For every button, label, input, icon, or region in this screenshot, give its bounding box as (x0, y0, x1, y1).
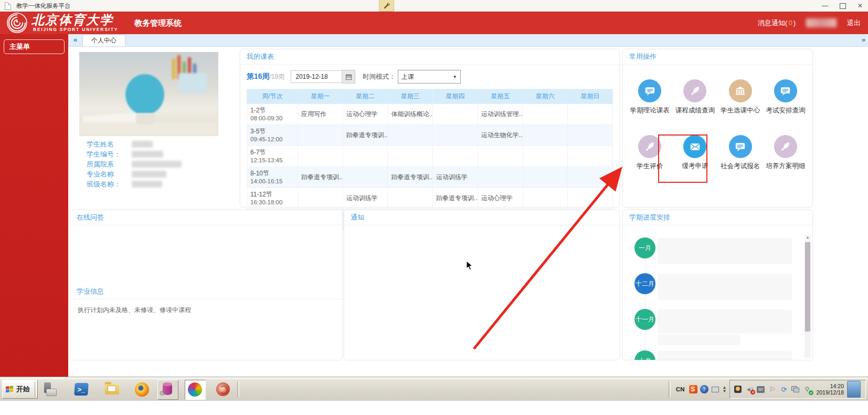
window-titlebar: 教学一体化服务平台 (0, 0, 868, 12)
timetable-empty-cell (523, 167, 568, 188)
timetable-empty-cell (568, 104, 613, 125)
quick-action-6[interactable]: 缓考申请 (673, 135, 717, 171)
profile-field-value-redacted (132, 161, 182, 168)
tray-expand-icon[interactable]: ▲▼ (723, 386, 727, 393)
timetable-column-header: 星期一 (298, 89, 343, 104)
windows-logo-icon (6, 386, 14, 393)
timetable-course-cell[interactable]: 运动训练管理.. (478, 104, 523, 125)
help-icon[interactable]: ? (700, 385, 708, 393)
usb-safe-remove-icon[interactable]: ⚲ (802, 385, 811, 394)
profile-field-row: 所属院系 (87, 159, 182, 169)
scroll-up-icon[interactable]: ▲ (805, 235, 811, 239)
timetable-course-cell[interactable]: 运动生物化学.. (478, 125, 523, 146)
date-input[interactable]: 2019-12-18 (291, 70, 342, 83)
minimize-icon[interactable]: — (822, 0, 828, 12)
notice-link[interactable]: 消息通知(0) (758, 18, 796, 28)
timetable-empty-cell (343, 167, 388, 188)
quick-action-1[interactable]: 学期理论课表 (628, 79, 672, 115)
quick-action-label: 培养方案明细 (764, 162, 808, 171)
maximize-icon[interactable] (840, 3, 846, 9)
profile-field-value-redacted (132, 151, 163, 158)
quick-action-8[interactable]: 培养方案明细 (764, 135, 808, 171)
timetable-empty-cell (343, 146, 388, 167)
time-mode-value: 上课 (401, 72, 414, 81)
progress-scrollbar[interactable]: ▲ (805, 235, 811, 358)
timetable-empty-cell (298, 188, 343, 209)
username-redacted (806, 18, 837, 27)
envelope-icon (683, 135, 706, 158)
timetable-course-cell[interactable]: 运动训练学 (343, 188, 388, 209)
pen-icon (638, 135, 661, 158)
redacted-face (125, 74, 164, 115)
powershell-icon[interactable]: >_ (73, 381, 89, 397)
quick-action-5[interactable]: 学生评价 (628, 135, 672, 171)
qa-academic-panel: 在线问答 学业信息 执行计划内未及格、未修读、修读中课程 (70, 210, 343, 360)
nt-service-icon[interactable]: NT (756, 385, 765, 394)
server-admin-icon[interactable] (42, 381, 58, 397)
file-manager-icon[interactable] (104, 381, 120, 397)
taskbar-clock[interactable]: 14:20 2019/12/18 (816, 383, 844, 396)
timetable-empty-cell (298, 125, 343, 146)
time-mode-label: 时间模式： (363, 72, 396, 81)
collapse-sidebar-icon[interactable]: « (73, 36, 77, 44)
start-button[interactable]: 开始 (2, 380, 38, 399)
timetable-empty-cell (568, 167, 613, 188)
main-menu-sidebar: 主菜单 (0, 34, 68, 377)
timetable-slot-cell: 6-7节12:15-13:45 (247, 146, 298, 167)
timetable-course-cell[interactable]: 跆拳道专项训.. (298, 167, 343, 188)
language-indicator[interactable]: CN (676, 386, 685, 392)
timetable-course-cell[interactable]: 跆拳道专项训.. (388, 167, 433, 188)
logout-button[interactable]: 退出 (847, 18, 861, 28)
show-desktop-button[interactable] (847, 381, 861, 398)
quick-action-4[interactable]: 考试安排查询 (764, 79, 808, 115)
timetable-course-cell[interactable]: 跆拳道专项训.. (343, 125, 388, 146)
time-mode-select[interactable]: 上课 ▼ (398, 70, 461, 84)
expand-tabs-icon[interactable]: » (862, 36, 865, 44)
main-menu-header[interactable]: 主菜单 (4, 39, 65, 54)
window-title: 教学一体化服务平台 (16, 2, 71, 10)
timetable-course-cell[interactable]: 运动训练学 (433, 167, 478, 188)
volume-muted-icon[interactable]: ◄) (745, 385, 754, 394)
close-icon[interactable]: ✕ (858, 0, 863, 12)
timetable-empty-cell (523, 188, 568, 209)
timetable-course-cell[interactable]: 运动心理学 (478, 188, 523, 209)
timetable-empty-cell (568, 188, 613, 209)
shell-app-icon[interactable] (215, 381, 231, 397)
timetable-empty-cell (478, 167, 523, 188)
profile-field-label: 班级名称： (87, 180, 129, 189)
timetable-course-cell[interactable]: 体能训练概论.. (388, 104, 433, 125)
timetable-course-cell[interactable]: 应用写作 (298, 104, 343, 125)
progress-panel: 学期进度安排 ▲ 一月十二月十一月十月 (622, 210, 813, 360)
scrollbar-thumb[interactable] (805, 242, 810, 331)
timetable-empty-cell (523, 125, 568, 146)
timetable-empty-cell (523, 146, 568, 167)
quick-action-3[interactable]: 学生选课中心 (718, 79, 763, 115)
taskbar: 开始 >_ ⚙ CN S ? ▲▼ ◄) NT ⚐ ⟳ ⚲ 14:20 2019… (0, 377, 868, 401)
start-button-label: 开始 (16, 385, 30, 394)
profile-field-label: 学生编号： (87, 150, 129, 159)
chat-bubble-icon (774, 79, 797, 102)
user-account-icon[interactable] (733, 385, 742, 394)
quick-actions-panel-title: 常用操作 (623, 49, 812, 65)
timetable-row: 11-12节16:30-18:00运动训练学跆拳道专项训..运动心理学 (247, 188, 613, 209)
color-wheel-icon[interactable] (187, 381, 203, 397)
network-icon[interactable] (791, 385, 800, 394)
quick-action-2[interactable]: 课程成绩查询 (673, 79, 717, 115)
tab-personal-center[interactable]: 个人中心 (82, 35, 125, 46)
timetable-course-cell[interactable]: 跆拳道专项训.. (433, 188, 478, 209)
wrench-tool-button[interactable] (379, 0, 394, 12)
calendar-button[interactable] (342, 70, 355, 84)
timetable-row: 3-5节09:45-12:00跆拳道专项训..运动生物化学.. (247, 125, 613, 146)
sogou-icon[interactable]: S (689, 385, 697, 393)
quick-action-7[interactable]: 社会考试报名 (718, 135, 763, 171)
database-admin-icon[interactable]: ⚙ (160, 381, 175, 397)
system-title: 教务管理系统 (134, 18, 182, 28)
quick-action-label: 学生选课中心 (718, 106, 763, 115)
taskbar-separator (237, 381, 239, 397)
firefox-icon[interactable] (134, 381, 150, 397)
timetable-course-cell[interactable]: 运动心理学 (343, 104, 388, 125)
month-badge: 十一月 (634, 309, 655, 330)
flag-icon[interactable]: ⚐ (768, 385, 777, 394)
sync-icon[interactable]: ⟳ (779, 385, 788, 394)
monitor-icon[interactable] (711, 385, 720, 394)
